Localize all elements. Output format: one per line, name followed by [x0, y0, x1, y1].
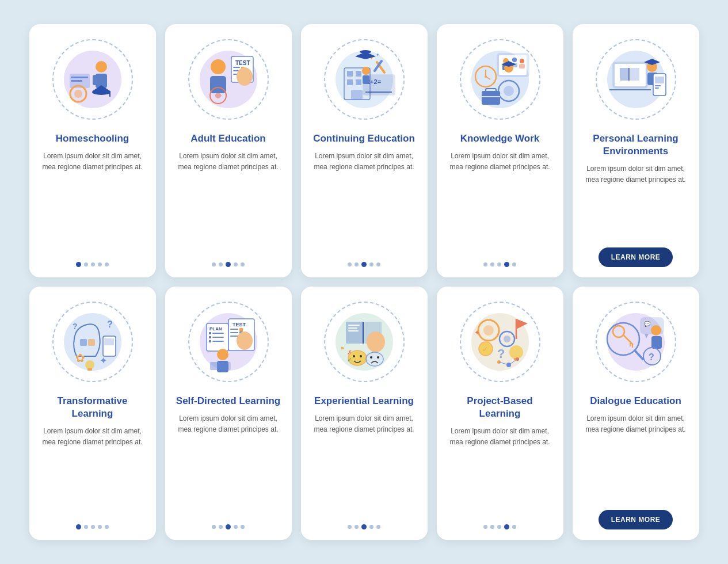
transformative-learning-body: Lorem ipsum dolor sit dim amet, mea regi… — [40, 426, 146, 516]
self-directed-learning-icon-area: TEST PLAN — [182, 296, 275, 388]
transformative-learning-dot-1[interactable] — [84, 525, 88, 529]
knowledge-work-dot-1[interactable] — [490, 262, 494, 266]
svg-rect-106 — [212, 337, 224, 338]
transformative-learning-dot-0[interactable] — [76, 524, 81, 529]
continuing-education-dot-1[interactable] — [355, 262, 359, 266]
experiential-learning-dot-2[interactable] — [361, 524, 367, 529]
self-directed-learning-dots — [212, 524, 245, 529]
card-personal-learning: Personal Learning EnvironmentsLorem ipsu… — [573, 24, 699, 277]
svg-point-54 — [520, 59, 524, 63]
svg-text:✦: ✦ — [376, 52, 380, 58]
project-based-learning-dot-2[interactable] — [497, 525, 501, 529]
self-directed-learning-dot-2[interactable] — [226, 524, 231, 529]
svg-point-113 — [217, 349, 228, 360]
svg-text:?: ? — [107, 319, 113, 329]
svg-rect-127 — [378, 333, 381, 345]
self-directed-learning-title: Self-Directed Learning — [176, 395, 280, 407]
knowledge-work-dot-2[interactable] — [497, 262, 501, 266]
card-homeschooling: HomeschoolingLorem ipsum dolor sit dim a… — [29, 24, 156, 277]
continuing-education-dot-3[interactable] — [369, 262, 373, 266]
svg-rect-35 — [351, 90, 363, 100]
svg-point-131 — [366, 352, 383, 366]
svg-point-133 — [377, 356, 379, 359]
transformative-learning-dot-2[interactable] — [91, 525, 95, 529]
project-based-learning-icon: ✓ ? ✦ — [466, 307, 535, 376]
project-based-learning-dot-1[interactable] — [490, 525, 494, 529]
dialogue-education-learn-more-button[interactable]: LEARN MORE — [599, 510, 673, 529]
adult-education-dot-2[interactable] — [226, 262, 231, 267]
homeschooling-dot-0[interactable] — [76, 262, 81, 267]
dialogue-education-title: Dialogue Education — [590, 395, 681, 407]
project-based-learning-title: Project-Based Learning — [447, 395, 553, 420]
homeschooling-dot-4[interactable] — [105, 262, 109, 266]
svg-text:💬: 💬 — [644, 321, 651, 327]
svg-point-147 — [509, 345, 523, 359]
knowledge-work-dot-0[interactable] — [483, 262, 487, 266]
svg-point-26 — [211, 59, 226, 74]
adult-education-dot-4[interactable] — [241, 262, 245, 266]
svg-text:TEST: TEST — [232, 322, 246, 327]
experiential-learning-dot-4[interactable] — [376, 525, 380, 529]
svg-rect-87 — [104, 338, 114, 345]
project-based-learning-dot-0[interactable] — [483, 525, 487, 529]
experiential-learning-dot-3[interactable] — [369, 525, 373, 529]
homeschooling-dot-2[interactable] — [91, 262, 95, 266]
adult-education-dot-0[interactable] — [212, 262, 216, 266]
svg-rect-115 — [210, 362, 220, 370]
continuing-education-dot-0[interactable] — [348, 262, 352, 266]
self-directed-learning-dot-0[interactable] — [212, 525, 216, 529]
knowledge-work-title: Knowledge Work — [460, 132, 540, 145]
svg-rect-27 — [210, 76, 226, 93]
svg-point-130 — [360, 355, 362, 357]
self-directed-learning-dot-4[interactable] — [241, 525, 245, 529]
svg-rect-116 — [220, 362, 231, 370]
transformative-learning-dot-4[interactable] — [105, 525, 109, 529]
transformative-learning-icon-area: ? ? ✿ ✦ — [47, 296, 139, 388]
adult-education-dot-1[interactable] — [219, 262, 223, 266]
svg-rect-3 — [71, 80, 82, 82]
svg-text:⚑: ⚑ — [340, 346, 345, 352]
svg-point-61 — [504, 86, 514, 96]
homeschooling-dots — [76, 262, 109, 267]
svg-text:✿: ✿ — [75, 352, 85, 364]
card-transformative-learning: ? ? ✿ ✦ Transformative LearningLorem ips… — [29, 287, 156, 540]
homeschooling-dot-3[interactable] — [98, 262, 102, 266]
homeschooling-body: Lorem ipsum dolor sit dim amet, mea regi… — [40, 151, 146, 254]
continuing-education-dots — [348, 262, 380, 267]
svg-text:?: ? — [497, 346, 505, 361]
card-project-based-learning: ✓ ? ✦ Project-Based LearningLorem ipsum … — [437, 287, 563, 540]
svg-rect-126 — [375, 331, 378, 345]
svg-point-46 — [360, 50, 371, 54]
adult-education-dot-3[interactable] — [234, 262, 238, 266]
experiential-learning-dot-0[interactable] — [348, 525, 352, 529]
project-based-learning-icon-area: ✓ ? ✦ — [454, 296, 546, 388]
self-directed-learning-dot-3[interactable] — [234, 525, 238, 529]
project-based-learning-dot-3[interactable] — [504, 524, 509, 529]
svg-point-129 — [353, 355, 355, 357]
svg-rect-71 — [620, 68, 629, 81]
continuing-education-dot-2[interactable] — [361, 262, 367, 267]
svg-text:?: ? — [73, 322, 78, 331]
knowledge-work-dot-4[interactable] — [512, 262, 516, 266]
personal-learning-learn-more-button[interactable]: LEARN MORE — [599, 247, 673, 267]
transformative-learning-dot-3[interactable] — [98, 525, 102, 529]
project-based-learning-dot-4[interactable] — [512, 525, 516, 529]
svg-point-139 — [483, 325, 494, 336]
personal-learning-icon-area — [590, 33, 682, 125]
svg-rect-121 — [348, 325, 360, 326]
self-directed-learning-body: Lorem ipsum dolor sit dim amet, mea regi… — [176, 413, 281, 516]
continuing-education-dot-4[interactable] — [376, 262, 380, 266]
svg-rect-25 — [247, 70, 250, 80]
svg-text:✓: ✓ — [347, 356, 352, 363]
svg-rect-125 — [371, 334, 374, 345]
knowledge-work-dot-3[interactable] — [504, 262, 509, 267]
homeschooling-dot-1[interactable] — [84, 262, 88, 266]
card-continuing-education: 2+2= ✦ ✦ Continuing EducationLorem ipsum… — [301, 24, 428, 277]
continuing-education-body: Lorem ipsum dolor sit dim amet, mea regi… — [311, 151, 417, 254]
experiential-learning-dot-1[interactable] — [355, 525, 359, 529]
svg-rect-23 — [240, 70, 243, 81]
svg-text:✦: ✦ — [474, 329, 480, 337]
self-directed-learning-dot-1[interactable] — [219, 525, 223, 529]
svg-text:✓: ✓ — [482, 345, 488, 353]
svg-rect-32 — [356, 71, 361, 77]
